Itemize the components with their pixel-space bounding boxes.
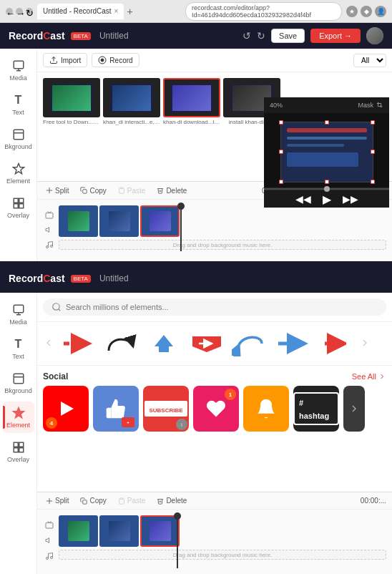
clip-3[interactable] [140,205,180,237]
prev-button[interactable]: ◀◀ [295,193,311,205]
preview-panel: 40% Mask [264,97,389,208]
address-text: recordcast.com/editor/app?Id=461d94dcd60… [192,4,335,19]
forward-button[interactable]: → [16,8,23,15]
clip-bottom-1[interactable] [59,515,98,547]
element-arrow-blue-left-curve[interactable] [230,328,269,359]
split-button-bottom[interactable]: Split [43,495,72,506]
social-item-subscribe-thumb[interactable]: + [93,386,139,432]
delete-icon-top [157,187,164,194]
handle-tc[interactable] [325,120,329,125]
element-arrow-red-dash[interactable] [59,328,97,359]
social-section-header: Social See All [43,366,386,386]
paste-button-bottom[interactable]: Paste [115,495,149,506]
video-track-toggle-bottom[interactable] [43,518,56,531]
record-label: Record [109,57,132,64]
app-header-bottom: RecordCast BETA Untitled [0,264,392,293]
address-bar[interactable]: recordcast.com/editor/app?Id=461d94dcd60… [185,2,342,21]
clip-2[interactable] [99,205,139,237]
back-button[interactable]: ← [6,8,13,15]
sidebar-item-bkground-bottom[interactable]: Bkground [3,367,34,399]
music-track-toggle[interactable] [43,239,56,251]
filter-dropdown[interactable]: All [353,54,386,67]
handle-bc[interactable] [325,180,329,184]
handle-ml[interactable] [279,150,283,154]
browser-tab[interactable]: Untitled - RecordCast × [37,4,124,19]
element-arrow-blue-down[interactable] [144,328,183,359]
split-button-top[interactable]: Split [43,185,72,196]
svg-point-38 [46,558,49,560]
handle-tl[interactable] [279,120,283,125]
redo-button-top[interactable]: ↻ [257,30,265,42]
clip-bottom-2[interactable] [99,515,139,547]
document-title-bottom[interactable]: Untitled [99,273,129,283]
media-item-3[interactable]: khan-di download...l.png [163,78,220,175]
element-arrow-red-partial[interactable] [316,328,355,359]
copy-button-top[interactable]: Copy [77,185,109,196]
delete-button-bottom[interactable]: Delete [154,495,190,506]
element-arrow-red-shield[interactable] [187,328,226,359]
svg-rect-24 [19,448,23,452]
sidebar-item-element-bottom[interactable]: Element [3,402,34,433]
sidebar-item-overlay-bottom[interactable]: Overlay [3,436,34,467]
handle-bl[interactable] [279,180,283,184]
document-title-top[interactable]: Untitled [99,31,129,41]
sidebar-item-media-top[interactable]: Media [3,54,34,86]
beta-badge-bottom: BETA [71,275,91,283]
preview-scrubber-thumb[interactable] [324,186,330,192]
record-button[interactable]: Record [92,53,139,67]
tab-close-icon[interactable]: × [114,7,119,15]
paste-button-top[interactable]: Paste [115,185,149,196]
social-item-youtube[interactable]: 4 [43,386,89,432]
export-button-top[interactable]: Export → [310,29,361,43]
sidebar-item-text-top[interactable]: T Text [3,89,34,120]
bell-icon [255,397,278,420]
element-icon-top [12,162,25,176]
audio-track-toggle[interactable] [43,223,56,235]
user-avatar-top[interactable] [366,27,383,44]
next-button[interactable]: ▶▶ [343,193,358,205]
overlay-label-bottom: Overlay [7,456,29,463]
social-item-more[interactable] [343,386,365,432]
video-track-toggle[interactable] [43,208,56,220]
copy-button-bottom[interactable]: Copy [77,495,109,506]
playhead-bottom[interactable] [177,515,178,568]
playhead-top[interactable] [180,205,182,251]
refresh-button[interactable]: ↻ [26,8,33,15]
sidebar-item-bkground-top[interactable]: Bkground [3,123,34,155]
media-item-1[interactable]: Free tool to Down...png [43,78,100,175]
handle-mr[interactable] [371,150,375,154]
profile-icon[interactable]: 👤 [375,6,386,17]
social-item-bell[interactable] [243,386,289,432]
see-all-link[interactable]: See All [352,372,386,381]
audio-track-toggle-bottom[interactable] [43,534,56,547]
save-button-top[interactable]: Save [271,29,305,43]
elements-prev-button[interactable] [43,337,54,351]
delete-button-top[interactable]: Delete [154,185,190,196]
sidebar-item-media-bottom[interactable]: Media [3,298,34,330]
sidebar-item-text-bottom[interactable]: T Text [3,333,34,364]
element-arrow-blue-right[interactable] [273,328,312,359]
clip-1[interactable] [59,205,98,237]
music-track-toggle-bottom[interactable] [43,550,56,563]
new-tab-button[interactable]: + [127,6,132,17]
sidebar-item-overlay-top[interactable]: Overlay [3,192,34,223]
media-item-2[interactable]: khan_di interacti...e.png [103,78,160,175]
logo-text-top: RecordCast [9,30,65,42]
left-sidebar-top: Media T Text Bkground Element [0,49,37,261]
heart-icon [205,398,227,419]
social-item-subscribe-button[interactable]: SUBSCRIBE i [143,386,189,432]
elements-next-button[interactable] [359,337,371,351]
handle-tr[interactable] [371,120,375,125]
extension-icon[interactable]: ◆ [361,6,372,17]
play-button[interactable]: ▶ [323,193,331,206]
sidebar-item-element-top[interactable]: Element [3,157,34,189]
social-item-hearts[interactable]: 1 [193,386,239,432]
import-button[interactable]: Import [43,53,87,67]
svg-marker-37 [46,538,49,543]
handle-br[interactable] [371,180,375,184]
social-item-hashtag[interactable]: # hashtag [293,386,339,432]
star-icon[interactable]: ★ [346,6,358,17]
search-input[interactable] [66,303,378,311]
undo-button-top[interactable]: ↺ [242,30,251,42]
element-arrow-black-curve[interactable] [102,328,140,359]
